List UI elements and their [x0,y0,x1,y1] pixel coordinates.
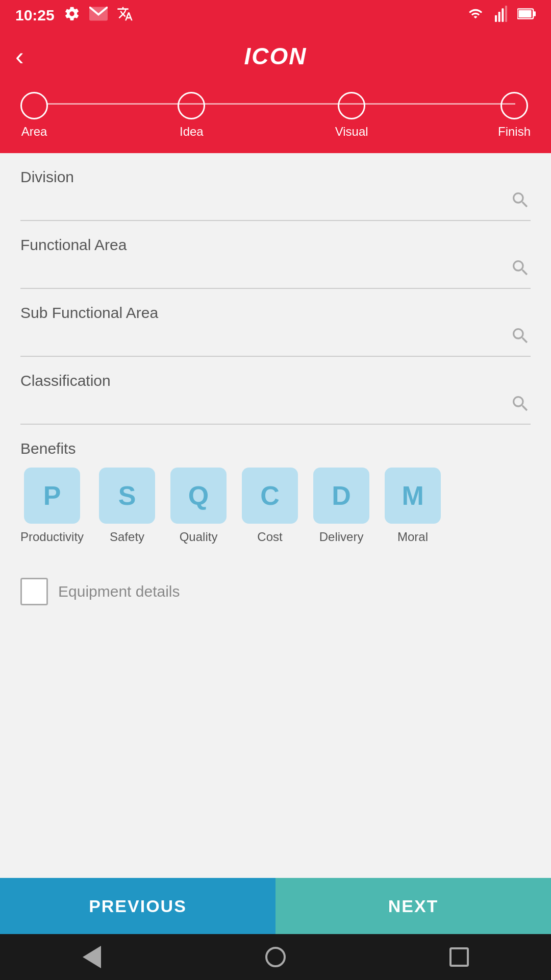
benefit-icon-quality: Q [170,468,227,524]
bottom-buttons: PREVIOUS NEXT [0,878,551,934]
stepper-circle-idea [178,92,205,119]
benefit-name-delivery: Delivery [319,530,364,544]
progress-stepper: Area Idea Visual Finish [0,82,551,153]
division-input[interactable] [20,194,510,211]
content-area: Division Functional Area Sub Functional … [0,153,551,878]
benefit-item-cost[interactable]: C Cost [242,468,298,544]
benefit-name-safety: Safety [110,530,144,544]
division-search-icon [510,190,531,215]
svg-rect-1 [495,15,497,21]
svg-rect-4 [505,6,507,22]
benefits-label: Benefits [20,440,531,457]
stepper-label-area: Area [21,125,47,139]
functional-area-label: Functional Area [20,236,531,254]
classification-search-icon [510,394,531,419]
benefit-icon-safety: S [99,468,155,524]
nav-back-icon [83,946,101,968]
benefits-group: Benefits P Productivity S Safety Q Quali… [20,440,531,562]
benefit-icon-productivity: P [24,468,80,524]
equipment-details-row[interactable]: Equipment details [20,578,531,605]
next-button[interactable]: NEXT [276,878,551,934]
sub-functional-area-search-icon [510,326,531,351]
division-input-row[interactable] [20,190,531,221]
nav-back-button[interactable] [79,944,105,970]
benefit-name-moral: Moral [397,530,428,544]
benefit-item-moral[interactable]: M Moral [385,468,441,544]
division-field-group: Division [20,168,531,221]
app-title: ICON [244,42,307,70]
svg-rect-2 [498,12,500,22]
classification-field-group: Classification [20,372,531,425]
stepper-step-area: Area [20,92,48,139]
classification-input-row[interactable] [20,394,531,425]
status-time: 10:25 [15,7,55,24]
functional-area-search-icon [510,258,531,283]
functional-area-input[interactable] [20,262,510,279]
signal-icon [494,6,508,26]
wifi-icon [466,7,485,24]
functional-area-input-row[interactable] [20,258,531,289]
equipment-details-checkbox[interactable] [20,578,48,605]
benefit-item-quality[interactable]: Q Quality [170,468,227,544]
sub-functional-area-input-row[interactable] [20,326,531,357]
division-label: Division [20,168,531,186]
nav-recents-button[interactable] [446,944,472,970]
stepper-circle-area [20,92,48,119]
settings-icon [64,6,80,26]
benefit-item-safety[interactable]: S Safety [99,468,155,544]
classification-input[interactable] [20,398,510,414]
svg-rect-3 [502,8,504,22]
previous-button[interactable]: PREVIOUS [0,878,276,934]
status-bar: 10:25 [0,0,551,31]
benefit-item-productivity[interactable]: P Productivity [20,468,84,544]
app-header: ‹ ICON [0,31,551,82]
translate-icon [117,6,133,26]
nav-home-icon [265,947,286,967]
stepper-circle-finish [500,92,528,119]
benefit-icon-delivery: D [313,468,369,524]
android-nav-bar [0,934,551,980]
classification-label: Classification [20,372,531,389]
svg-rect-6 [533,11,536,16]
sub-functional-area-input[interactable] [20,330,510,347]
functional-area-field-group: Functional Area [20,236,531,289]
stepper-step-visual: Visual [335,92,368,139]
benefit-icon-moral: M [385,468,441,524]
benefit-name-productivity: Productivity [20,530,84,544]
sub-functional-area-label: Sub Functional Area [20,304,531,322]
benefit-name-cost: Cost [257,530,282,544]
back-button[interactable]: ‹ [15,41,24,71]
benefit-item-delivery[interactable]: D Delivery [313,468,369,544]
benefit-icon-cost: C [242,468,298,524]
benefit-name-quality: Quality [180,530,218,544]
nav-home-button[interactable] [263,944,288,970]
equipment-details-label: Equipment details [58,583,180,600]
benefits-grid: P Productivity S Safety Q Quality C Cost… [20,468,531,544]
stepper-step-finish: Finish [498,92,531,139]
svg-rect-7 [518,10,531,17]
sub-functional-area-field-group: Sub Functional Area [20,304,531,357]
gmail-icon [89,7,108,24]
stepper-circle-visual [338,92,365,119]
stepper-label-idea: Idea [180,125,204,139]
battery-icon [517,7,536,24]
nav-recents-icon [449,947,469,967]
stepper-step-idea: Idea [178,92,205,139]
stepper-line [36,103,515,105]
stepper-label-finish: Finish [498,125,531,139]
stepper-label-visual: Visual [335,125,368,139]
